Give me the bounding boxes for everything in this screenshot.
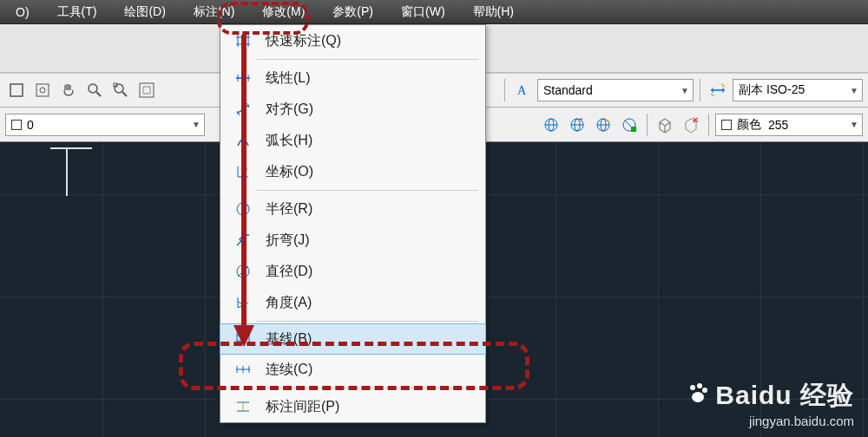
menu-jogged[interactable]: 折弯(J)	[220, 225, 485, 256]
menu-item-label: 线性(L)	[257, 69, 477, 88]
angular-dim-icon	[229, 294, 257, 311]
menu-o-fragment[interactable]: O)	[2, 2, 43, 23]
globe-icon-3[interactable]	[592, 114, 615, 136]
menu-separator	[257, 59, 478, 60]
menu-separator	[257, 321, 478, 322]
menu-help[interactable]: 帮助(H)	[459, 1, 528, 23]
color-swatch	[721, 120, 732, 130]
menu-separator	[257, 388, 478, 388]
menu-item-label: 标注间距(P)	[257, 398, 477, 416]
color-dropdown[interactable]: 颜色 255 ▼	[715, 114, 863, 136]
menu-draw[interactable]: 绘图(D)	[110, 1, 179, 23]
svg-line-42	[238, 266, 248, 277]
diameter-dim-icon	[229, 263, 257, 280]
menu-radius[interactable]: 半径(R)	[220, 193, 485, 225]
dim-style-value: 副本 ISO-25	[739, 82, 805, 98]
svg-line-4	[96, 92, 101, 96]
menu-separator	[257, 190, 478, 191]
svg-point-2	[40, 88, 45, 93]
tool-icon-1[interactable]	[5, 79, 28, 101]
menubar: O) 工具(T) 绘图(D) 标注(N) 修改(M) 参数(P) 窗口(W) 帮…	[0, 0, 868, 24]
menu-item-label: 连续(C)	[257, 361, 477, 379]
menu-item-label: 折弯(J)	[257, 232, 477, 250]
menu-arc-length[interactable]: 弧长(H)	[220, 125, 485, 156]
layer-color-swatch	[11, 120, 22, 130]
globe-icon-4[interactable]	[618, 114, 641, 136]
menu-diameter[interactable]: 直径(D)	[220, 256, 485, 287]
menu-aligned[interactable]: 对齐(G)	[220, 94, 485, 125]
arc-length-icon	[229, 132, 257, 149]
chevron-down-icon: ▼	[850, 86, 858, 95]
text-style-dropdown[interactable]: Standard ▼	[537, 79, 694, 101]
menu-tools[interactable]: 工具(T)	[43, 1, 111, 23]
menu-item-label: 对齐(G)	[257, 101, 477, 119]
quick-dim-icon	[229, 32, 257, 49]
continue-dim-icon	[229, 361, 257, 378]
menu-item-label: 直径(D)	[257, 263, 477, 281]
svg-rect-1	[36, 84, 49, 96]
svg-text:✕: ✕	[692, 116, 699, 125]
menu-item-label: 基线(B)	[257, 330, 477, 349]
zoom-extents-icon[interactable]	[109, 79, 132, 101]
menu-ordinate[interactable]: xy 坐标(O)	[220, 156, 485, 187]
menu-item-label: 快速标注(Q)	[257, 32, 477, 50]
text-style-value: Standard	[543, 83, 593, 97]
svg-text:+: +	[579, 116, 583, 123]
menu-continue[interactable]: 连续(C)	[220, 354, 485, 385]
menu-window[interactable]: 窗口(W)	[387, 1, 459, 23]
layer-name: 0	[27, 118, 34, 132]
layer-dropdown[interactable]: 0 ▼	[5, 114, 205, 136]
svg-text:xy: xy	[241, 166, 248, 173]
baseline-dim-icon	[229, 330, 257, 348]
menu-quick-dimension[interactable]: 快速标注(Q)	[220, 25, 485, 56]
svg-line-6	[122, 92, 127, 96]
menu-dimension[interactable]: 标注(N)	[180, 1, 248, 23]
dim-style-dropdown[interactable]: 副本 ISO-25 ▼	[733, 79, 863, 101]
menu-item-label: 坐标(O)	[257, 163, 477, 181]
chevron-down-icon: ▼	[681, 86, 689, 95]
menu-item-label: 弧长(H)	[257, 132, 477, 150]
text-style-icon[interactable]: A	[511, 79, 534, 101]
dim-style-icon[interactable]	[707, 79, 729, 101]
menu-parametric[interactable]: 参数(P)	[319, 1, 387, 23]
menu-dim-space[interactable]: 标注间距(P)	[220, 391, 485, 422]
jogged-dim-icon	[229, 232, 257, 249]
pan-icon[interactable]	[57, 79, 80, 101]
svg-rect-0	[10, 84, 23, 96]
color-label: 颜色	[737, 117, 761, 133]
color-value: 255	[768, 118, 788, 132]
menu-item-label: 角度(A)	[257, 294, 477, 312]
svg-rect-8	[140, 83, 154, 97]
svg-point-3	[89, 84, 97, 93]
dimension-dropdown-menu: 快速标注(Q) 线性(L) 对齐(G) 弧长(H) xy 坐标(O) 半径(R)…	[220, 24, 486, 423]
menu-item-label: 半径(R)	[257, 200, 477, 218]
aligned-dim-icon	[229, 101, 257, 118]
drawn-dimension-mark	[50, 147, 92, 196]
chevron-down-icon: ▼	[850, 120, 858, 129]
svg-point-5	[115, 84, 123, 93]
svg-text:A: A	[517, 84, 527, 97]
menu-angular[interactable]: 角度(A)	[220, 287, 485, 318]
radius-dim-icon	[229, 200, 257, 218]
svg-line-33	[237, 105, 249, 114]
ordinate-dim-icon: xy	[229, 163, 257, 180]
svg-line-40	[243, 205, 248, 209]
zoom-icon[interactable]	[83, 79, 106, 101]
menu-modify[interactable]: 修改(M)	[248, 1, 319, 23]
globe-icon-2[interactable]: +	[566, 114, 589, 136]
globe-icon-1[interactable]	[540, 114, 562, 136]
tool-icon-6[interactable]	[135, 79, 158, 101]
menu-linear[interactable]: 线性(L)	[220, 62, 485, 94]
linear-dim-icon	[229, 69, 257, 87]
cube-x-icon[interactable]: ✕	[680, 114, 702, 136]
dim-space-icon	[229, 398, 257, 415]
cube-icon[interactable]	[654, 114, 676, 136]
tool-icon-2[interactable]	[31, 79, 54, 101]
svg-rect-24	[631, 127, 636, 132]
menu-baseline[interactable]: 基线(B)	[220, 323, 486, 355]
chevron-down-icon: ▼	[192, 120, 201, 129]
